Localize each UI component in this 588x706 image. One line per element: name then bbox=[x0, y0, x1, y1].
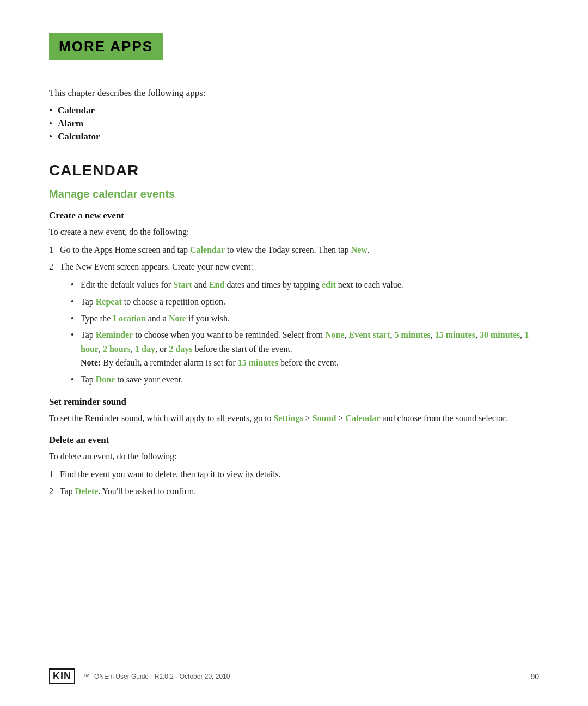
step-1: 1 Go to the Apps Home screen and tap Cal… bbox=[49, 244, 539, 257]
bullet-done: Tap Done to save your event. bbox=[71, 373, 539, 387]
footer-guide-text: ONEm User Guide - R1.0.2 - October 20, 2… bbox=[94, 673, 230, 680]
note-label: Note: By default, a reminder alarm is se… bbox=[81, 358, 339, 367]
list-item: Calculator bbox=[49, 131, 539, 142]
footer-logo-area: KIN ™ ONEm User Guide - R1.0.2 - October… bbox=[49, 668, 230, 684]
list-item: Alarm bbox=[49, 118, 539, 129]
event-sub-bullets: Edit the default values for Start and En… bbox=[71, 278, 539, 386]
page-number: 90 bbox=[530, 672, 539, 681]
bullet-reminder: Tap Reminder to choose when you want to … bbox=[71, 328, 539, 370]
delete-step-1: 1 Find the event you want to delete, the… bbox=[49, 468, 539, 482]
intro-list: Calendar Alarm Calculator bbox=[49, 105, 539, 142]
intro-text: This chapter describes the following app… bbox=[49, 88, 539, 99]
bullet-start-end: Edit the default values for Start and En… bbox=[71, 278, 539, 292]
list-item: Calendar bbox=[49, 105, 539, 116]
create-event-steps: 1 Go to the Apps Home screen and tap Cal… bbox=[49, 244, 539, 387]
delete-event-title: Delete an event bbox=[49, 435, 539, 446]
set-reminder-title: Set reminder sound bbox=[49, 397, 539, 407]
step-2: 2 The New Event screen appears. Create y… bbox=[49, 260, 539, 387]
delete-event-steps: 1 Find the event you want to delete, the… bbox=[49, 468, 539, 498]
section-title-calendar: CALENDAR bbox=[49, 162, 539, 179]
header-badge: MORE APPS bbox=[49, 33, 163, 60]
new-link: New bbox=[351, 245, 367, 254]
delete-step-2: 2 Tap Delete. You'll be asked to confirm… bbox=[49, 485, 539, 498]
step-2-text: The New Event screen appears. Create you… bbox=[60, 262, 253, 271]
set-reminder-text: To set the Reminder sound, which will ap… bbox=[49, 412, 539, 425]
bullet-location: Type the Location and a Note if you wish… bbox=[71, 312, 539, 326]
kin-logo: KIN bbox=[49, 668, 75, 684]
page-footer: KIN ™ ONEm User Guide - R1.0.2 - October… bbox=[49, 668, 539, 684]
header-badge-text: MORE APPS bbox=[59, 38, 153, 54]
page-container: MORE APPS This chapter describes the fol… bbox=[0, 0, 588, 706]
calendar-link: Calendar bbox=[190, 245, 225, 254]
create-event-intro: To create a new event, do the following: bbox=[49, 226, 539, 239]
create-event-title: Create a new event bbox=[49, 210, 539, 221]
bullet-repeat: Tap Repeat to choose a repetition option… bbox=[71, 295, 539, 309]
subsection-title-manage: Manage calendar events bbox=[49, 188, 539, 200]
delete-event-intro: To delete an event, do the following: bbox=[49, 450, 539, 464]
